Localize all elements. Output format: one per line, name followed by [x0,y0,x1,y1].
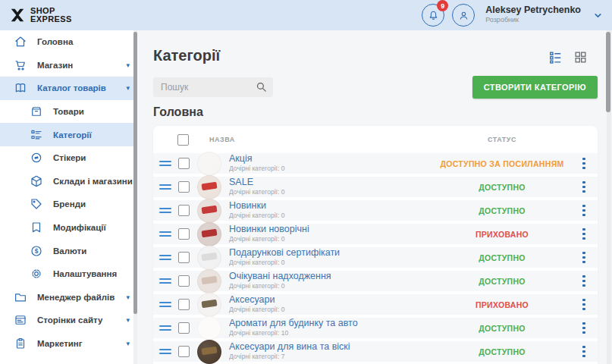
sidebar-item-home[interactable]: Головна ▾ [0,30,137,54]
drag-handle-icon[interactable] [159,161,171,167]
chevron-down-icon: ▾ [126,340,130,347]
row-checkbox[interactable] [178,299,190,310]
logo-line2: EXPRESS [30,15,72,24]
main-scrollbar-track[interactable] [607,30,611,364]
sidebar-item-catalog[interactable]: Каталог товарів ▾ [0,77,137,100]
sidebar-item-label: Бренди [53,199,86,209]
browser-icon [13,313,27,328]
search-icon[interactable] [255,80,268,93]
row-menu-button[interactable] [570,346,598,357]
category-thumbnail [197,269,221,293]
user-menu-chevron-icon[interactable] [593,11,603,20]
table-row: SALE Дочірні категорії: 0 ДОСТУПНО [153,177,598,197]
sidebar-item-shop[interactable]: Магазин ▾ [0,54,137,77]
logo[interactable]: SHOP EXPRESS [9,7,72,24]
drag-handle-icon[interactable] [159,325,171,331]
table-row: Очікувані надходження Дочірні категорії:… [153,271,598,291]
sticker-icon [29,151,43,165]
drag-handle-icon[interactable] [159,231,171,237]
category-children-count: Дочірні категорії: 0 [229,258,434,267]
status-badge: ДОСТУПНО [434,206,570,215]
user-info[interactable]: Aleksey Petrychenko Розробник [485,5,581,25]
category-link[interactable]: Акція [229,154,434,163]
row-menu-button[interactable] [570,181,598,193]
sidebar-item-currencies[interactable]: $ Валюти ▾ [0,239,137,262]
home-icon [13,35,27,49]
clipboard-icon [13,337,27,351]
book-icon [13,81,27,96]
category-thumbnail [197,316,221,340]
drag-handle-icon[interactable] [159,349,171,355]
select-all-checkbox[interactable] [177,134,189,146]
row-menu-button[interactable] [570,158,598,169]
row-checkbox[interactable] [178,346,190,357]
cart-icon [13,58,27,72]
sidebar-item-warehouses[interactable]: Склади і магазини ▾ [0,170,137,193]
sidebar-item-label: Товари [53,107,84,116]
category-link[interactable]: Аромати для будинку та авто [229,318,434,328]
category-link[interactable]: Подарункові сертифікати [229,248,434,257]
dollar-icon: $ [29,243,43,258]
row-menu-button[interactable] [570,322,598,334]
category-link[interactable]: Очікувані надходження [229,271,434,281]
sidebar-item-label: Головна [37,37,73,46]
column-header-status: СТАТУС [434,136,570,143]
cube-icon [29,174,43,188]
category-thumbnail [197,222,221,246]
row-checkbox[interactable] [178,228,190,240]
page-title: Категорії [153,47,220,64]
grid-view-icon[interactable] [573,50,588,64]
sidebar-item-mods[interactable]: Модифікації ▾ [0,216,137,240]
main-scrollbar-thumb[interactable] [606,32,610,112]
categories-table: НАЗВА СТАТУС Акція Дочірні категорії: 0 … [153,126,598,364]
row-checkbox[interactable] [178,205,190,216]
drag-handle-icon[interactable] [159,255,171,261]
sidebar-item-settings[interactable]: Налаштування ▾ [0,262,137,286]
sidebar-item-files[interactable]: Менеджер файлів ▾ [0,286,137,309]
drag-handle-icon[interactable] [159,278,171,284]
row-checkbox[interactable] [178,252,190,263]
row-menu-button[interactable] [570,252,598,263]
row-menu-button[interactable] [570,299,598,310]
create-category-button[interactable]: СТВОРИТИ КАТЕГОРІЮ [472,76,598,99]
table-header: НАЗВА СТАТУС [153,126,598,153]
sidebar-item-products[interactable]: Товари ▾ [0,100,137,124]
category-link[interactable]: Аксесуари для вина та віскі [229,342,434,351]
row-menu-button[interactable] [570,228,598,240]
category-link[interactable]: SALE [229,177,434,187]
list-view-icon[interactable] [548,50,563,64]
user-avatar[interactable] [452,4,475,27]
table-row: Акція Дочірні категорії: 0 ДОСТУПНО ЗА П… [153,153,598,174]
search [153,77,273,97]
category-thumbnail [197,293,221,317]
category-children-count: Дочірні категорії: 10 [229,328,434,337]
category-thumbnail [197,175,221,199]
row-checkbox[interactable] [178,181,190,193]
category-link[interactable]: Новинки [229,201,434,210]
sidebar-item-marketing[interactable]: Маркетинг ▾ [0,332,137,356]
bell-icon [427,9,440,22]
sidebar-item-brands[interactable]: Бренди ▾ [0,193,137,216]
row-menu-button[interactable] [570,275,598,287]
category-children-count: Дочірні категорії: 7 [229,352,434,361]
app-root: SHOP EXPRESS 9 [0,0,612,364]
status-badge: ДОСТУПНО ЗА ПОСИЛАННЯМ [434,159,570,168]
sidebar-item-categories[interactable]: Категорії ▾ [0,123,137,146]
row-checkbox[interactable] [178,322,190,334]
row-menu-button[interactable] [570,205,598,216]
logo-icon [9,7,26,24]
drag-handle-icon[interactable] [159,184,171,190]
category-children-count: Дочірні категорії: 0 [229,305,434,314]
category-link[interactable]: Аксесуари [229,295,434,304]
row-checkbox[interactable] [178,158,190,169]
sidebar-item-stickers[interactable]: Стікери ▾ [0,146,137,170]
notifications-button[interactable]: 9 [422,4,444,27]
box-icon [29,105,43,119]
folder-icon [13,290,27,304]
category-link[interactable]: Новинки новорічні [229,224,434,234]
category-children-count: Дочірні категорії: 0 [229,211,434,220]
drag-handle-icon[interactable] [159,208,171,214]
drag-handle-icon[interactable] [159,302,171,308]
row-checkbox[interactable] [178,275,190,287]
sidebar-item-pages[interactable]: Сторінки сайту ▾ [0,309,137,332]
